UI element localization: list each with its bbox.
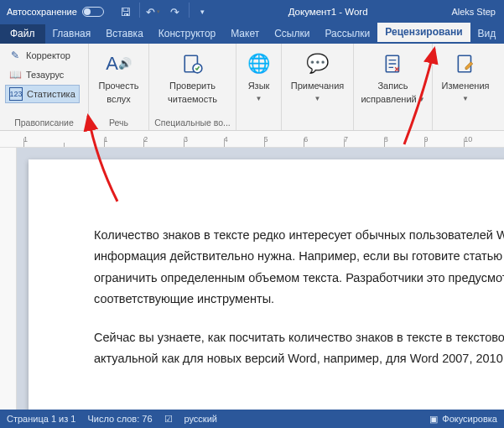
autosave-label: Автосохранение [7,7,77,17]
group-comments: 💬 Примечания ▼ [282,44,354,130]
tab-references[interactable]: Ссылки [267,24,317,44]
tab-mailings[interactable]: Рассылки [317,24,377,44]
group-accessibility-label: Специальные во... [154,116,231,130]
group-changes: Изменения ▼ [433,44,498,130]
vertical-ruler[interactable] [0,148,17,410]
paragraph[interactable]: Количество знаков в тексте редко интерес… [94,225,504,311]
accessibility-icon [182,50,204,78]
tab-layout[interactable]: Макет [223,24,267,44]
ribbon: ✎ Корректор 📖 Тезаурус 123 Статистика Пр… [0,44,504,131]
editor-button[interactable]: ✎ Корректор [5,46,80,65]
statistics-label: Статистика [27,89,75,99]
quick-access-toolbar: 🖫 ↶▾ ↷ ▾ [116,3,213,21]
group-proofing: ✎ Корректор 📖 Тезаурус 123 Статистика Пр… [0,44,89,130]
status-bar: Страница 1 из 1 Число слов: 76 ☑ русский… [0,410,504,428]
thesaurus-icon: 📖 [8,68,22,81]
paragraph[interactable]: Сейчас вы узнаете, как посчитать количес… [94,327,504,370]
read-aloud-button[interactable]: A🔊 Прочесть вслух [94,46,143,104]
tab-insert[interactable]: Вставка [98,24,151,44]
group-speech: A🔊 Прочесть вслух Речь [89,44,149,130]
ribbon-tabs: Файл Главная Вставка Конструктор Макет С… [0,23,504,44]
group-tracking: Запись исправлений▼ [354,44,433,130]
autosave-toggle[interactable]: Автосохранение [0,7,111,17]
read-aloud-icon: A🔊 [106,50,132,78]
status-word-count[interactable]: Число слов: 76 [87,414,152,424]
document-title: Документ1 - Word [213,7,444,17]
chevron-down-icon: ▼ [418,96,425,103]
track-changes-button[interactable]: Запись исправлений▼ [359,46,427,104]
tab-view[interactable]: Вид [470,24,504,44]
comments-icon: 💬 [306,50,329,78]
changes-button[interactable]: Изменения ▼ [438,46,493,102]
tab-file[interactable]: Файл [0,24,45,44]
page-scroll[interactable]: Количество знаков в тексте редко интерес… [17,148,504,410]
language-button[interactable]: 🌐 Язык ▼ [242,46,276,102]
comments-button[interactable]: 💬 Примечания ▼ [287,46,348,102]
undo-icon[interactable]: ↶▾ [143,3,164,21]
language-icon: 🌐 [247,50,270,78]
page[interactable]: Количество знаков в тексте редко интерес… [29,159,504,410]
thesaurus-button[interactable]: 📖 Тезаурус [5,65,80,84]
redo-icon[interactable]: ↷ [165,3,185,21]
chevron-down-icon: ▼ [256,95,262,102]
statistics-icon: 123 [9,87,23,101]
status-language[interactable]: русский [184,414,217,424]
focus-mode-button[interactable]: ▣ Фокусировка [429,414,497,425]
autosave-switch-icon[interactable] [82,7,104,17]
group-proofing-label: Правописание [5,116,83,130]
chevron-down-icon: ▼ [462,95,469,102]
track-changes-icon [382,50,404,78]
group-accessibility: Проверить читаемость Специальные во... [149,44,236,130]
group-speech-label: Речь [94,116,143,130]
tab-review[interactable]: Рецензировани [377,23,470,44]
editor-icon: ✎ [8,49,22,62]
status-proofing-icon[interactable]: ☑ [164,414,173,425]
thesaurus-label: Тезаурус [26,70,64,80]
status-page[interactable]: Страница 1 из 1 [7,414,75,424]
document-workarea: Количество знаков в тексте редко интерес… [0,148,504,410]
check-accessibility-button[interactable]: Проверить читаемость [159,46,226,104]
title-bar: Автосохранение 🖫 ↶▾ ↷ ▾ Документ1 - Word… [0,0,504,23]
changes-icon [455,50,476,78]
focus-icon: ▣ [429,414,438,425]
chevron-down-icon: ▼ [314,95,321,102]
qat-customize-icon[interactable]: ▾ [193,3,213,21]
editor-label: Корректор [26,50,70,60]
tab-design[interactable]: Конструктор [151,24,223,44]
user-name[interactable]: Aleks Step [443,7,504,17]
group-language: 🌐 Язык ▼ [236,44,282,130]
word-count-button[interactable]: 123 Статистика [5,85,80,103]
tab-home[interactable]: Главная [45,24,99,44]
save-icon[interactable]: 🖫 [116,3,136,21]
horizontal-ruler[interactable]: 1 1 2 3 4 5 6 7 8 9 10 [0,131,504,148]
